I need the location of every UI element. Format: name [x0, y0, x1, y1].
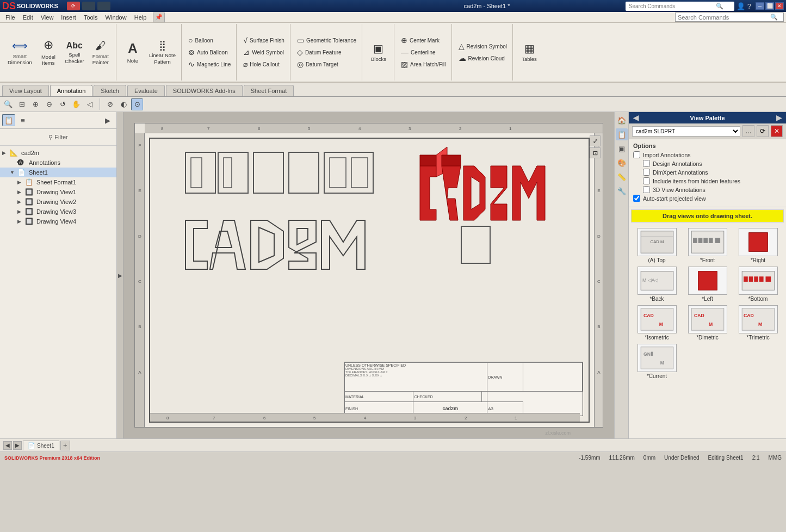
normal-view-btn[interactable]: ⊡	[590, 147, 601, 158]
menu-search-box[interactable]: 🔍	[675, 13, 784, 22]
user-icon[interactable]: 👤	[737, 2, 745, 10]
revision-cloud-button[interactable]: ☁ Revision Cloud	[456, 53, 509, 64]
menu-edit[interactable]: Edit	[20, 13, 36, 22]
close-palette-btn[interactable]: ✕	[771, 125, 783, 137]
tab-sketch[interactable]: Sketch	[94, 85, 126, 96]
search-commands-input[interactable]	[629, 3, 716, 9]
view-item-back[interactable]: M ◁A◁ *Back	[633, 267, 680, 302]
view-item-isometric[interactable]: CAD M *Isometric	[633, 305, 680, 341]
search-commands-box[interactable]: 🔍	[626, 2, 734, 11]
format-painter-button[interactable]: 🖌 Format Painter	[89, 38, 113, 67]
zoom-in-btn[interactable]: ⊕	[29, 98, 41, 110]
zoom-to-fit-btn[interactable]: 🔍	[2, 98, 14, 110]
close-button[interactable]: ✕	[775, 2, 784, 10]
tree-view-btn[interactable]: 📋	[2, 114, 15, 126]
balloon-button[interactable]: ○ Balloon	[186, 35, 233, 46]
view-item-current[interactable]: GNⅡ M *Current	[633, 344, 680, 379]
rsb-palette[interactable]: 📋	[616, 128, 628, 140]
tree-item-sheet1[interactable]: ▼ 📄 Sheet1	[0, 168, 116, 177]
property-manager-btn[interactable]: ≡	[16, 114, 29, 126]
new-btn[interactable]	[82, 2, 95, 10]
dynamic-view-btn[interactable]: ◐	[117, 98, 129, 110]
collapse-palette-btn[interactable]: ◀	[633, 114, 639, 122]
menu-tools[interactable]: Tools	[81, 13, 101, 22]
drawing-area[interactable]: 8 7 6 5 4 3 2 1 F E D C B	[123, 112, 614, 438]
tree-item-drawing-view2[interactable]: ▶ 🔲 Drawing View2	[0, 197, 116, 207]
view-item-left[interactable]: *Left	[684, 267, 731, 302]
expand-palette-btn[interactable]: ▶	[776, 114, 782, 122]
tab-view-layout[interactable]: View Layout	[2, 85, 49, 96]
rsb-panel5[interactable]: 📏	[616, 171, 628, 183]
tree-item-drawing-view4[interactable]: ▶ 🔲 Drawing View4	[0, 216, 116, 226]
tree-item-drawing-view3[interactable]: ▶ 🔲 Drawing View3	[0, 207, 116, 216]
expand-left-btn[interactable]: ▶	[101, 114, 114, 126]
area-hatch-button[interactable]: ▨ Area Hatch/Fill	[399, 59, 448, 70]
menu-file[interactable]: File	[2, 13, 18, 22]
tables-button[interactable]: ▦ Tables	[517, 40, 541, 64]
menu-search-input[interactable]	[678, 14, 770, 21]
view-item-dimetric[interactable]: CAD M *Dimetric	[684, 305, 731, 341]
smart-dimension-button[interactable]: ⟺ Smart Dimension	[5, 38, 34, 67]
add-sheet-btn[interactable]: +	[60, 441, 70, 450]
centerline-button[interactable]: — Centerline	[399, 47, 448, 58]
tree-item-sheet-format1[interactable]: ▶ 📋 Sheet Format1	[0, 177, 116, 187]
datum-feature-button[interactable]: ◇ Datum Feature	[295, 47, 358, 58]
pan-btn[interactable]: ✋	[70, 98, 82, 110]
minimize-button[interactable]: ─	[756, 2, 764, 10]
tab-annotation[interactable]: Annotation	[50, 85, 93, 96]
rsb-panel6[interactable]: 🔧	[616, 185, 628, 197]
menu-help[interactable]: Help	[131, 13, 150, 22]
rsb-home[interactable]: 🏠	[616, 114, 628, 126]
rotate-view-btn[interactable]: ↺	[57, 98, 69, 110]
center-mark-button[interactable]: ⊕ Center Mark	[399, 35, 448, 46]
open-btn[interactable]	[97, 2, 110, 10]
linear-note-pattern-button[interactable]: ⣿ Linear Note Pattern	[147, 38, 178, 66]
view-item-bottom[interactable]: *Bottom	[734, 267, 782, 302]
surface-finish-button[interactable]: √ Surface Finish	[241, 35, 287, 46]
tab-solidworks-addins[interactable]: SOLIDWORKS Add-Ins	[166, 85, 243, 96]
menu-insert[interactable]: Insert	[58, 13, 79, 22]
hole-callout-button[interactable]: ⌀ Hole Callout	[241, 59, 287, 70]
prev-sheet-btn[interactable]: ◀	[3, 441, 12, 450]
view-orientation-btn[interactable]: ⊙	[131, 98, 143, 110]
section-view-btn[interactable]: ⊘	[104, 98, 116, 110]
auto-start-cb[interactable]	[633, 195, 640, 202]
blocks-button[interactable]: ▣ Blocks	[367, 40, 391, 64]
file-dropdown[interactable]: cad2m.SLDPRT	[632, 126, 740, 137]
magnetic-line-button[interactable]: ∿ Magnetic Line	[186, 59, 233, 70]
tree-item-annotations[interactable]: 🅐 Annotations	[0, 158, 116, 168]
datum-target-button[interactable]: ◎ Datum Target	[295, 59, 358, 70]
rsb-panel4[interactable]: 🎨	[616, 157, 628, 169]
tree-item-drawing-view1[interactable]: ▶ 🔲 Drawing View1	[0, 187, 116, 197]
view-item-right[interactable]: *Right	[734, 228, 782, 263]
view-item-trimetric[interactable]: CAD M *Trimetric	[734, 305, 782, 341]
spell-checker-button[interactable]: Abc Spell Checker	[63, 39, 86, 66]
include-hidden-cb[interactable]	[643, 177, 650, 184]
auto-balloon-button[interactable]: ⊚ Auto Balloon	[186, 47, 233, 58]
note-button[interactable]: A Note	[121, 39, 145, 65]
view-item-top[interactable]: CAD M (A) Top	[633, 228, 680, 263]
prev-view-btn[interactable]: ◁	[84, 98, 96, 110]
tab-sheet-format[interactable]: Sheet Format	[244, 85, 294, 96]
weld-symbol-button[interactable]: ⊿ Weld Symbol	[241, 47, 287, 58]
expand-sheet-btn[interactable]: ⤢	[590, 135, 601, 146]
tab-evaluate[interactable]: Evaluate	[127, 85, 165, 96]
sheet1-tab[interactable]: 📄 Sheet1	[23, 441, 59, 450]
next-sheet-btn[interactable]: ▶	[13, 441, 22, 450]
zoom-out-btn[interactable]: ⊖	[43, 98, 55, 110]
3d-view-cb[interactable]	[643, 186, 650, 193]
view-item-front[interactable]: *Front	[684, 228, 731, 263]
rsb-panel3[interactable]: ▣	[616, 143, 628, 154]
quick-access-btn[interactable]: ⟳	[67, 2, 80, 10]
restore-button[interactable]: ⬜	[765, 2, 774, 10]
menu-view[interactable]: View	[38, 13, 57, 22]
browse-file-btn[interactable]: …	[742, 125, 754, 137]
refresh-btn[interactable]: ⟳	[757, 125, 769, 137]
import-annotations-cb[interactable]	[633, 151, 640, 158]
zoom-to-area-btn[interactable]: ⊞	[16, 98, 28, 110]
geometric-tolerance-button[interactable]: ▭ Geometric Tolerance	[295, 35, 358, 46]
filter-btn[interactable]: ⚲ Filter	[2, 131, 114, 143]
dimxpert-cb[interactable]	[643, 169, 650, 176]
model-items-button[interactable]: ⊕ Model Items	[36, 36, 60, 67]
revision-symbol-button[interactable]: △ Revision Symbol	[456, 41, 509, 52]
